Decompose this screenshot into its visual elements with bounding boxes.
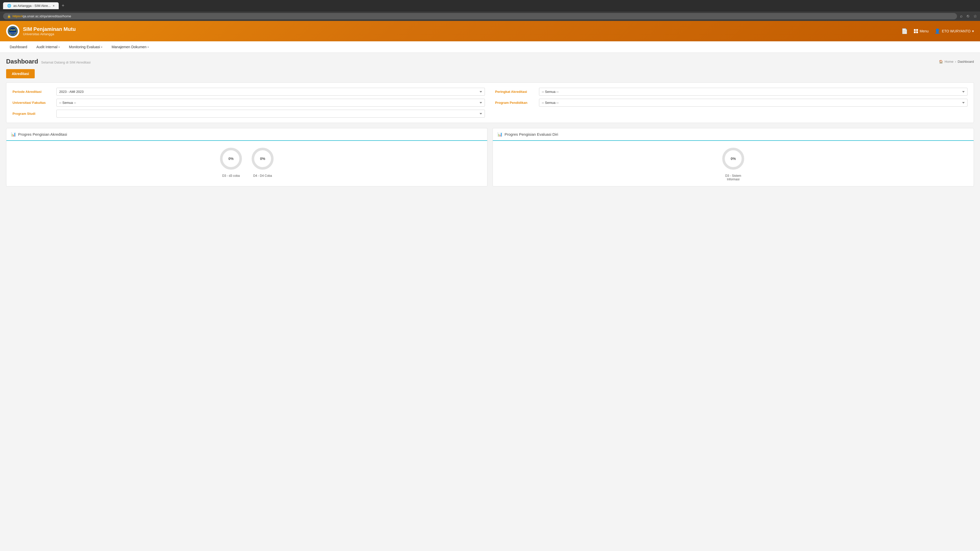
url-path: /qa/akreditasi/home — [42, 14, 71, 18]
left-chart-header: 📊 Progres Pengisian Akreditasi — [6, 128, 487, 141]
prodi-select[interactable] — [56, 110, 485, 118]
periode-select[interactable]: 2023 - AMI 2023 — [56, 88, 485, 96]
pendidikan-select[interactable]: -- Semua -- — [539, 99, 967, 106]
svg-text:UNAIR: UNAIR — [10, 29, 16, 31]
browser-chrome: 🌐 as Airlangga - SIM Akre... × + — [0, 0, 980, 11]
donut-si-wrapper: 0% — [721, 146, 746, 171]
document-icon[interactable]: 📄 — [901, 28, 908, 34]
https-text: https:// — [13, 14, 22, 18]
tab-title: as Airlangga - SIM Akre... — [13, 4, 51, 8]
charts-row: 📊 Progres Pengisian Akreditasi 0% D3 - d… — [6, 128, 974, 186]
nav-audit-internal-label: Audit Internal — [37, 45, 58, 49]
filter-panel: Periode Akreditasi 2023 - AMI 2023 Unive… — [6, 83, 974, 123]
university-name: Universitas Airlangga — [23, 32, 76, 36]
search-browser-icon[interactable]: ⌕ — [960, 14, 963, 19]
nav-manajemen-label: Manajemen Dokumen — [111, 45, 146, 49]
donut-si: 0% D3 - Sistem Informasi — [721, 146, 746, 181]
grid-icon — [914, 29, 918, 33]
filter-left-col: Periode Akreditasi 2023 - AMI 2023 Unive… — [13, 88, 485, 118]
url-domain: qa.unair.ac.id — [22, 14, 42, 18]
page-title: Dashboard — [6, 58, 38, 65]
right-chart-body: 0% D3 - Sistem Informasi — [493, 141, 974, 186]
breadcrumb-home-icon: 🏠 — [939, 60, 943, 64]
right-chart-header: 📊 Progres Pengisian Evaluasi Diri — [493, 128, 974, 141]
filter-universitas-row: Universitas/ Fakultas -- Semua -- — [13, 99, 485, 106]
left-chart-icon: 📊 — [11, 132, 16, 137]
page-subtitle: Selamat Datang di SIM Akreditasi — [41, 60, 91, 64]
filter-periode-row: Periode Akreditasi 2023 - AMI 2023 — [13, 88, 485, 96]
periode-label: Periode Akreditasi — [13, 90, 53, 94]
filter-peringkat-row: Peringkat Akreditasi -- Semua -- — [495, 88, 967, 96]
share-icon[interactable]: ⎋ — [967, 14, 969, 19]
nav-dashboard[interactable]: Dashboard — [5, 41, 32, 52]
donut-d3-label: D3 - d3 coba — [222, 174, 240, 178]
menu-label: Menu — [920, 29, 928, 33]
peringkat-select[interactable]: -- Semua -- — [539, 88, 967, 96]
secure-icon: 🔒 — [7, 14, 11, 18]
peringkat-label: Peringkat Akreditasi — [495, 90, 536, 94]
header-brand: UNAIR UNIVERSITAS AIRLANGGA SIM Penjamin… — [6, 24, 76, 38]
app-name: SIM Penjaminan Mutu — [23, 26, 76, 32]
monitoring-chevron: ▾ — [101, 46, 102, 48]
donut-d3-coba: 0% D3 - d3 coba — [218, 146, 244, 178]
left-chart-card: 📊 Progres Pengisian Akreditasi 0% D3 - d… — [6, 128, 487, 186]
right-chart-icon: 📊 — [497, 132, 503, 137]
filter-prodi-row: Program Studi — [13, 110, 485, 118]
akreditasi-tab[interactable]: Akreditasi — [6, 69, 35, 78]
tab-favicon: 🌐 — [7, 4, 11, 8]
donut-d4-wrapper: 0% — [250, 146, 275, 171]
tab-close-button[interactable]: × — [53, 4, 55, 8]
header-actions: 📄 Menu 👤 ETO WURYANTO ▾ — [901, 28, 974, 34]
donut-d3-wrapper: 0% — [218, 146, 244, 171]
breadcrumb-home-link[interactable]: Home — [945, 60, 953, 64]
donut-d4-coba: 0% D4 - D4 Coba — [250, 146, 275, 178]
breadcrumb: 🏠 Home › Dashboard — [939, 60, 974, 64]
breadcrumb-separator: › — [955, 60, 956, 64]
user-dropdown-icon: ▾ — [972, 29, 974, 33]
pendidikan-label: Program Pendidikan — [495, 101, 536, 105]
user-name: ETO WURYANTO — [942, 29, 970, 33]
nav-monitoring-label: Monitoring Evaluasi — [69, 45, 100, 49]
url-text: https://qa.unair.ac.id/qa/akreditasi/hom… — [13, 14, 71, 18]
nav-monitoring-evaluasi[interactable]: Monitoring Evaluasi ▾ — [64, 41, 107, 52]
page-title-area: Dashboard Selamat Datang di SIM Akredita… — [6, 58, 91, 65]
main-content: Dashboard Selamat Datang di SIM Akredita… — [0, 53, 980, 206]
new-tab-button[interactable]: + — [60, 2, 67, 10]
university-logo: UNAIR UNIVERSITAS AIRLANGGA — [6, 24, 19, 38]
active-tab[interactable]: 🌐 as Airlangga - SIM Akre... × — [3, 2, 59, 9]
nav-dashboard-label: Dashboard — [10, 45, 27, 49]
nav-bar: Dashboard Audit Internal ▾ Monitoring Ev… — [0, 41, 980, 53]
user-menu-button[interactable]: 👤 ETO WURYANTO ▾ — [935, 28, 974, 34]
right-chart-card: 📊 Progres Pengisian Evaluasi Diri 0% D3 … — [493, 128, 974, 186]
nav-audit-internal[interactable]: Audit Internal ▾ — [32, 41, 65, 52]
universitas-select[interactable]: -- Semua -- — [56, 99, 485, 106]
nav-manajemen-dokumen[interactable]: Manajemen Dokumen ▾ — [107, 41, 153, 52]
header-title: SIM Penjaminan Mutu Universitas Airlangg… — [23, 26, 76, 36]
prodi-label: Program Studi — [13, 112, 53, 116]
breadcrumb-current: Dashboard — [958, 60, 974, 64]
bookmark-icon[interactable]: ☆ — [974, 14, 977, 19]
page-header: Dashboard Selamat Datang di SIM Akredita… — [6, 58, 974, 65]
left-chart-body: 0% D3 - d3 coba 0% D4 - D4 Coba — [6, 141, 487, 183]
donut-d4-value: 0% — [260, 157, 265, 161]
tab-container: Akreditasi — [6, 69, 974, 78]
audit-internal-chevron: ▾ — [59, 46, 60, 48]
address-bar-row: 🔒 https://qa.unair.ac.id/qa/akreditasi/h… — [0, 11, 980, 21]
svg-text:AIRLANGGA: AIRLANGGA — [10, 33, 16, 35]
user-icon: 👤 — [935, 28, 940, 34]
svg-point-0 — [8, 26, 18, 36]
right-chart-title: Progres Pengisian Evaluasi Diri — [504, 132, 558, 137]
menu-button[interactable]: Menu — [914, 29, 928, 33]
filter-pendidikan-row: Program Pendidikan -- Semua -- — [495, 99, 967, 106]
donut-si-value: 0% — [731, 157, 736, 161]
universitas-label: Universitas/ Fakultas — [13, 101, 53, 105]
tab-bar: 🌐 as Airlangga - SIM Akre... × + — [3, 2, 66, 10]
donut-si-label: D3 - Sistem Informasi — [721, 174, 746, 181]
donut-d3-value: 0% — [228, 157, 234, 161]
browser-actions: ⌕ ⎋ ☆ — [960, 14, 977, 19]
filter-grid: Periode Akreditasi 2023 - AMI 2023 Unive… — [13, 88, 967, 118]
filter-right-col: Peringkat Akreditasi -- Semua -- Program… — [495, 88, 967, 118]
app-header: UNAIR UNIVERSITAS AIRLANGGA SIM Penjamin… — [0, 21, 980, 41]
svg-text:UNIVERSITAS: UNIVERSITAS — [10, 32, 16, 33]
address-bar[interactable]: 🔒 https://qa.unair.ac.id/qa/akreditasi/h… — [3, 13, 957, 19]
